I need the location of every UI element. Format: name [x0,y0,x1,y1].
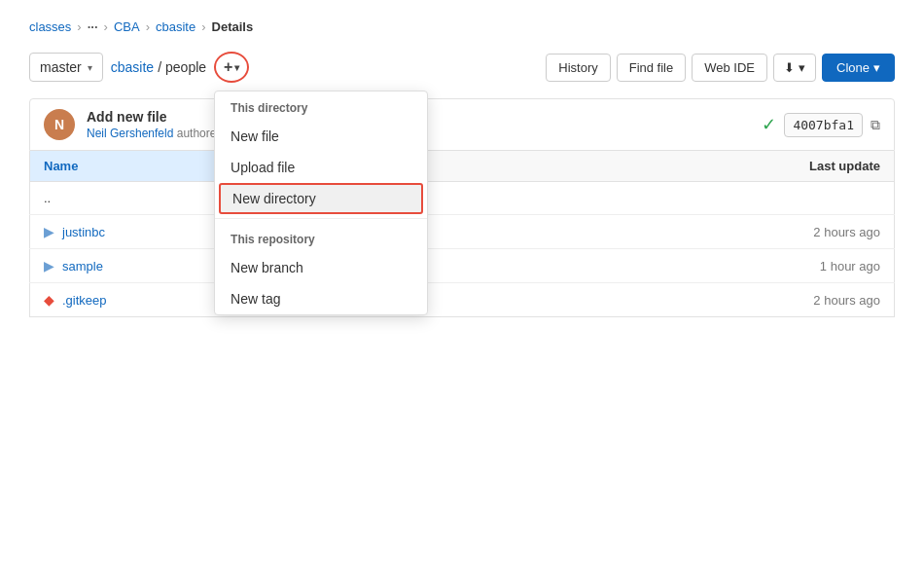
toolbar-right: History Find file Web IDE ⬇ ▾ Clone ▾ [546,54,895,82]
toolbar: master ▾ cbasite / people + ▾ This direc… [29,52,895,83]
clone-caret-icon: ▾ [873,60,880,75]
add-dropdown-menu: This directory New file Upload file New … [214,91,428,315]
branch-chevron-icon: ▾ [88,62,92,73]
web-ide-button[interactable]: Web IDE [692,54,767,82]
table-row: ◆ .gitkeep Add new directory 2 hours ago [30,283,895,317]
upload-file-item[interactable]: Upload file [215,152,427,183]
add-btn-wrapper: + ▾ This directory New file Upload file … [214,52,249,83]
new-tag-item[interactable]: New tag [215,283,427,314]
commit-hash: 4007bfa1 [784,113,863,137]
row-justinbc-update: 2 hours ago [625,215,894,249]
caret-icon: ▾ [234,62,239,73]
col-last-update: Last update [625,151,894,182]
path-separator: / [158,59,161,75]
file-link-justinbc[interactable]: justinbc [62,225,105,239]
folder-icon: ▶ [44,224,54,239]
breadcrumb: classes › ··· › CBA › cbasite › Details [29,19,895,34]
clone-button[interactable]: Clone ▾ [822,54,895,82]
plus-icon: + [224,58,232,76]
file-link-gitkeep[interactable]: .gitkeep [62,293,107,308]
breadcrumb-dots[interactable]: ··· [88,19,98,34]
gitkeep-icon: ◆ [44,292,54,308]
this-directory-section-label: This directory [215,91,427,121]
copy-icon[interactable]: ⧉ [871,117,880,133]
commit-status-icon: ✓ [762,114,776,135]
commit-bar: N Add new file Neil Gershenfeld authored… [29,98,895,151]
breadcrumb-sep-4: › [201,19,205,34]
branch-label: master [40,59,82,75]
breadcrumb-classes[interactable]: classes [29,19,71,34]
breadcrumb-sep-3: › [146,19,150,34]
breadcrumb-sep-2: › [104,19,108,34]
path-root-link[interactable]: cbasite [111,59,154,75]
table-row: ▶ justinbc Initial commit f… 2 hours ago [30,215,895,249]
find-file-button[interactable]: Find file [617,54,687,82]
dropdown-divider [215,218,427,219]
new-file-item[interactable]: New file [215,121,427,152]
download-icon: ⬇ [784,60,795,75]
breadcrumb-sep-1: › [77,19,81,34]
add-new-button[interactable]: + ▾ [214,52,249,83]
history-button[interactable]: History [546,54,610,82]
row-dotdot-update [625,182,894,215]
avatar: N [44,109,75,140]
file-link-sample[interactable]: sample [62,259,103,274]
commit-author-link[interactable]: Neil Gershenfeld [87,127,173,140]
breadcrumb-details: Details [212,19,254,34]
folder-icon: ▶ [44,258,54,274]
table-header-row: Name Last commit Last update [30,151,895,182]
breadcrumb-cbasite[interactable]: cbasite [156,19,195,34]
dotdot-label: .. [44,191,51,205]
clone-label: Clone [836,60,870,75]
path-folder: people [165,59,206,75]
breadcrumb-cba[interactable]: CBA [114,19,140,34]
file-table-body: .. ▶ justinbc Initial commit f… 2 hours … [30,182,895,317]
new-branch-item[interactable]: New branch [215,252,427,283]
file-table: Name Last commit Last update .. ▶ justin… [29,151,895,317]
download-caret-icon: ▾ [799,60,805,75]
path-breadcrumb: cbasite / people [111,59,206,75]
page-wrapper: classes › ··· › CBA › cbasite › Details … [0,0,924,584]
table-row: .. [30,182,895,215]
new-directory-item[interactable]: New directory [219,183,423,214]
row-gitkeep-update: 2 hours ago [625,283,894,317]
row-sample-update: 1 hour ago [625,249,894,283]
commit-right: ✓ 4007bfa1 ⧉ [762,113,880,137]
download-button[interactable]: ⬇ ▾ [773,54,816,82]
table-row: ▶ sample Add new file 1 hour ago [30,249,895,283]
branch-dropdown[interactable]: master ▾ [29,53,103,82]
this-repository-section-label: This repository [215,223,427,252]
